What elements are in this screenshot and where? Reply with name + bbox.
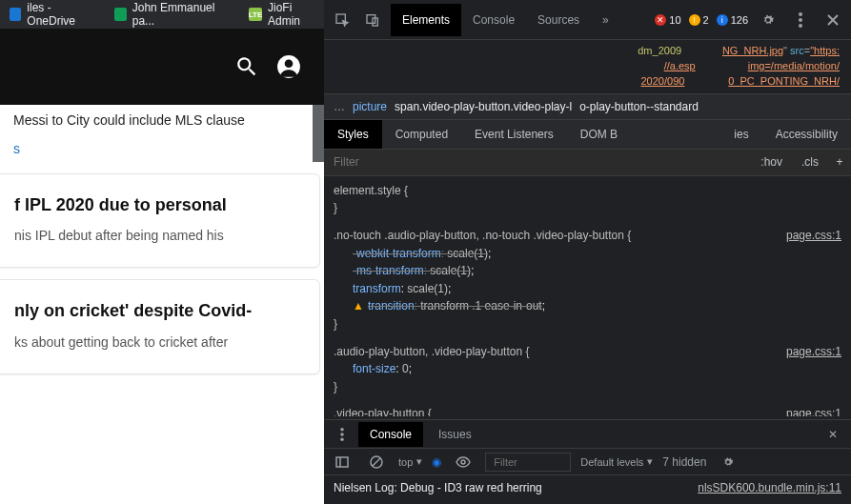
lte-icon: LTE bbox=[249, 8, 262, 21]
info-count[interactable]: i126 bbox=[717, 14, 748, 26]
kebab-icon[interactable] bbox=[330, 422, 355, 447]
subtab-styles[interactable]: Styles bbox=[324, 120, 382, 149]
drawer-toolbar: top ▾ ◉ Default levels ▾ 7 hidden bbox=[324, 449, 851, 475]
eye-icon[interactable] bbox=[451, 450, 476, 474]
hidden-count[interactable]: 7 hidden bbox=[662, 455, 706, 469]
svg-point-1 bbox=[285, 59, 294, 68]
page-hero bbox=[0, 29, 324, 105]
svg-point-9 bbox=[340, 433, 344, 436]
article-card[interactable]: nly on cricket' despite Covid- ks about … bbox=[0, 279, 320, 373]
kebab-icon[interactable] bbox=[788, 8, 813, 32]
onedrive-icon bbox=[10, 8, 21, 21]
drawer-tab-issues[interactable]: Issues bbox=[427, 422, 483, 447]
svg-rect-11 bbox=[336, 457, 348, 467]
breadcrumb-item[interactable]: picture bbox=[353, 100, 387, 113]
subtab-computed[interactable]: Computed bbox=[382, 120, 461, 149]
svg-point-13 bbox=[461, 460, 465, 464]
svg-point-7 bbox=[799, 24, 802, 28]
source-link[interactable]: page.css:1 bbox=[786, 405, 841, 415]
devtools-panel: Elements Console Sources » ✕10 !2 i126 d… bbox=[324, 0, 851, 504]
log-levels-selector[interactable]: Default levels ▾ bbox=[580, 455, 653, 468]
log-message: Nielsen Log: Debug - ID3 raw red herring bbox=[334, 481, 542, 494]
cls-toggle[interactable]: .cls bbox=[792, 155, 828, 169]
article-headline[interactable]: Messi to City could include MLS clause bbox=[13, 105, 311, 130]
breadcrumb[interactable]: … picture span.video-play-button.video-p… bbox=[324, 93, 851, 120]
tab-label: JioFi Admin bbox=[268, 1, 318, 28]
hov-toggle[interactable]: :hov bbox=[751, 155, 792, 169]
styles-filterbar: :hov .cls + bbox=[324, 150, 851, 176]
devtools-main-tabs: Elements Console Sources » bbox=[391, 4, 620, 36]
styles-subtabs: Styles Computed Event Listeners DOM B ie… bbox=[324, 120, 851, 150]
search-icon[interactable] bbox=[234, 54, 259, 79]
card-title: f IPL 2020 due to personal bbox=[14, 193, 300, 216]
console-drawer: Console Issues ✕ top ▾ ◉ Default levels … bbox=[324, 419, 851, 504]
error-icon: ✕ bbox=[655, 14, 666, 26]
card-body: ks about getting back to cricket after bbox=[14, 333, 300, 353]
tab-overflow[interactable]: » bbox=[591, 4, 620, 36]
style-rule[interactable]: page.css:1 .no-touch .audio-play-button,… bbox=[334, 227, 841, 333]
account-icon[interactable] bbox=[276, 54, 301, 79]
dom-source-line[interactable]: dm_2009 NG_NRH.jpg" src="https: //a.esp … bbox=[324, 40, 851, 93]
styles-pane: element.style { } page.css:1 .no-touch .… bbox=[324, 176, 851, 416]
breadcrumb-overflow[interactable]: … bbox=[334, 100, 345, 113]
card-body: nis IPL debut after being named his bbox=[14, 226, 300, 246]
warning-count[interactable]: !2 bbox=[689, 14, 709, 26]
style-rule[interactable]: element.style { } bbox=[334, 182, 841, 217]
inspect-icon[interactable] bbox=[330, 8, 355, 32]
console-log-line: Nielsen Log: Debug - ID3 raw red herring… bbox=[324, 475, 851, 504]
subtab-accessibility[interactable]: Accessibility bbox=[762, 120, 851, 149]
svg-point-8 bbox=[340, 428, 344, 432]
sidebar-toggle-icon[interactable] bbox=[330, 450, 355, 474]
device-toggle-icon[interactable] bbox=[360, 8, 385, 32]
tab-label: iles - OneDrive bbox=[27, 1, 93, 28]
subtab-event-listeners[interactable]: Event Listeners bbox=[461, 120, 567, 149]
svg-rect-3 bbox=[367, 14, 375, 23]
warning-icon: ▲ bbox=[353, 299, 364, 312]
chevron-down-icon: ▾ bbox=[647, 455, 653, 468]
scrollbar-thumb[interactable] bbox=[313, 105, 324, 162]
svg-point-10 bbox=[340, 437, 344, 441]
gear-icon[interactable] bbox=[716, 450, 740, 474]
chevron-down-icon: ▾ bbox=[416, 455, 422, 468]
subtab-properties[interactable]: ies bbox=[720, 120, 761, 149]
source-link[interactable]: page.css:1 bbox=[786, 343, 841, 361]
close-icon[interactable]: ✕ bbox=[821, 428, 845, 441]
browser-tab[interactable]: LTE JioFi Admin bbox=[243, 0, 324, 31]
article-card[interactable]: f IPL 2020 due to personal nis IPL debut… bbox=[0, 173, 320, 268]
link-stub[interactable]: s bbox=[13, 130, 311, 162]
style-rule[interactable]: page.css:1 .audio-play-button, .video-pl… bbox=[334, 343, 841, 396]
clear-console-icon[interactable] bbox=[364, 450, 389, 474]
tab-elements[interactable]: Elements bbox=[391, 4, 461, 36]
webpage-pane: iles - OneDrive John Emmanuel pa... LTE … bbox=[0, 0, 324, 504]
gear-icon[interactable] bbox=[756, 8, 780, 32]
style-rule[interactable]: page.css:1 .video-play-button { cursor: … bbox=[334, 405, 841, 415]
status-area: ✕10 !2 i126 bbox=[655, 8, 845, 32]
devtools-toolbar: Elements Console Sources » ✕10 !2 i126 bbox=[324, 0, 851, 40]
drawer-tab-console[interactable]: Console bbox=[358, 422, 423, 447]
browser-tab[interactable]: John Emmanuel pa... bbox=[109, 0, 233, 31]
context-selector[interactable]: top ▾ bbox=[398, 455, 422, 468]
breadcrumb-item[interactable]: span.video-play-button.video-play-l bbox=[395, 100, 572, 113]
source-link[interactable]: nlsSDK600.bundle.min.js:11 bbox=[698, 481, 841, 494]
tab-sources[interactable]: Sources bbox=[526, 4, 591, 36]
source-link[interactable]: page.css:1 bbox=[786, 227, 841, 245]
card-title: nly on cricket' despite Covid- bbox=[14, 299, 300, 322]
tab-console[interactable]: Console bbox=[461, 4, 526, 36]
info-icon: i bbox=[717, 14, 728, 26]
breadcrumb-item[interactable]: o-play-button--standard bbox=[579, 100, 699, 113]
browser-tabstrip: iles - OneDrive John Emmanuel pa... LTE … bbox=[0, 0, 324, 29]
new-rule-button[interactable]: + bbox=[828, 155, 851, 169]
filter-dot-icon: ◉ bbox=[432, 455, 441, 469]
tab-label: John Emmanuel pa... bbox=[132, 1, 228, 28]
svg-point-6 bbox=[799, 18, 802, 22]
warning-icon: ! bbox=[689, 14, 700, 26]
svg-point-5 bbox=[799, 12, 802, 16]
console-filter-input[interactable] bbox=[485, 453, 571, 472]
sheets-icon bbox=[114, 8, 126, 21]
styles-filter-input[interactable] bbox=[324, 155, 751, 169]
drawer-tabs: Console Issues ✕ bbox=[324, 420, 851, 449]
error-count[interactable]: ✕10 bbox=[655, 14, 680, 26]
close-icon[interactable] bbox=[821, 8, 845, 32]
subtab-dom[interactable]: DOM B bbox=[567, 120, 631, 149]
browser-tab[interactable]: iles - OneDrive bbox=[4, 0, 99, 31]
